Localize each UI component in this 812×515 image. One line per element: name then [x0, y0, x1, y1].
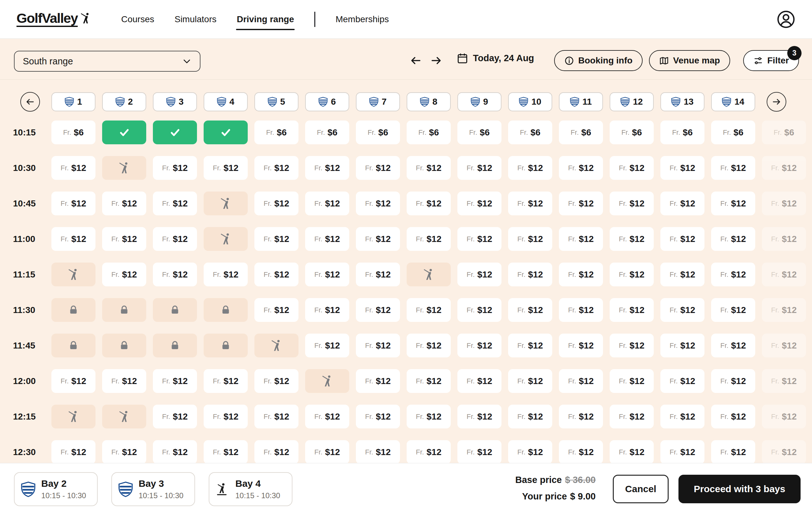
slot-cell[interactable]: Fr.$12: [407, 440, 451, 463]
bay-header-13[interactable]: 13: [660, 92, 704, 111]
bay-header-4[interactable]: 4: [204, 92, 248, 111]
slot-cell[interactable]: Fr.$12: [204, 263, 248, 286]
slot-cell[interactable]: Fr.$12: [102, 369, 146, 393]
slot-cell[interactable]: Fr.$12: [559, 298, 603, 322]
slot-cell[interactable]: Fr.$12: [407, 334, 451, 357]
slot-cell[interactable]: Fr.$6: [356, 121, 400, 144]
bay-header-8[interactable]: 8: [407, 92, 451, 111]
slot-cell[interactable]: Fr.$12: [559, 334, 603, 357]
slot-cell[interactable]: Fr.$6: [711, 121, 755, 144]
slot-cell[interactable]: Fr.$12: [254, 369, 298, 393]
slot-cell[interactable]: Fr.$12: [204, 440, 248, 463]
slot-cell[interactable]: Fr.$12: [711, 263, 755, 286]
brand-logo[interactable]: GolfValley: [17, 11, 92, 27]
slot-cell[interactable]: Fr.$12: [457, 156, 501, 180]
slot-cell[interactable]: Fr.$6: [610, 121, 654, 144]
slot-cell[interactable]: Fr.$12: [508, 405, 552, 428]
slot-cell[interactable]: Fr.$12: [457, 227, 501, 251]
proceed-button[interactable]: Proceed with 3 bays: [678, 475, 801, 503]
slot-cell[interactable]: Fr.$6: [305, 121, 349, 144]
slot-cell[interactable]: Fr.$12: [711, 156, 755, 180]
slot-cell[interactable]: Fr.$12: [356, 191, 400, 215]
slot-cell[interactable]: Fr.$12: [356, 334, 400, 357]
slot-cell[interactable]: Fr.$12: [559, 440, 603, 463]
slot-cell[interactable]: Fr.$12: [610, 440, 654, 463]
slot-cell[interactable]: Fr.$12: [610, 263, 654, 286]
range-select[interactable]: South range: [14, 51, 200, 72]
slot-cell[interactable]: Fr.$12: [559, 263, 603, 286]
slot-cell[interactable]: Fr.$12: [559, 191, 603, 215]
slot-cell[interactable]: Fr.$12: [356, 369, 400, 393]
slot-cell[interactable]: Fr.$12: [356, 263, 400, 286]
slot-cell[interactable]: Fr.$12: [559, 369, 603, 393]
bay-header-6[interactable]: 6: [305, 92, 349, 111]
slot-cell[interactable]: Fr.$12: [660, 263, 704, 286]
slot-cell[interactable]: Fr.$12: [153, 227, 197, 251]
slot-cell[interactable]: Fr.$12: [660, 156, 704, 180]
slot-cell[interactable]: Fr.$12: [711, 440, 755, 463]
slot-cell[interactable]: Fr.$12: [407, 298, 451, 322]
bay-header-2[interactable]: 2: [102, 92, 146, 111]
slot-cell[interactable]: Fr.$12: [305, 405, 349, 428]
slot-cell[interactable]: Fr.$12: [508, 191, 552, 215]
bay-header-10[interactable]: 10: [508, 92, 552, 111]
slot-cell[interactable]: Fr.$12: [610, 405, 654, 428]
slot-cell[interactable]: Fr.$12: [610, 369, 654, 393]
date-display[interactable]: Today, 24 Aug: [457, 52, 534, 64]
slot-cell[interactable]: Fr.$12: [407, 405, 451, 428]
slot-cell[interactable]: Fr.$12: [305, 191, 349, 215]
slot-cell[interactable]: Fr.$12: [508, 440, 552, 463]
slot-cell[interactable]: Fr.$12: [660, 369, 704, 393]
slot-cell[interactable]: Fr.$12: [51, 156, 95, 180]
slot-cell[interactable]: Fr.$12: [51, 191, 95, 215]
nav-item-driving-range[interactable]: Driving range: [237, 12, 294, 26]
slot-cell[interactable]: Fr.$12: [407, 156, 451, 180]
slot-cell-selected[interactable]: [153, 121, 197, 144]
slot-cell[interactable]: Fr.$12: [356, 227, 400, 251]
slot-cell[interactable]: Fr.$12: [102, 191, 146, 215]
slot-cell[interactable]: Fr.$12: [711, 369, 755, 393]
slot-cell[interactable]: Fr.$12: [711, 334, 755, 357]
slot-cell[interactable]: Fr.$12: [102, 440, 146, 463]
slot-cell[interactable]: Fr.$6: [508, 121, 552, 144]
slot-cell[interactable]: Fr.$12: [610, 156, 654, 180]
slot-cell[interactable]: Fr.$12: [407, 369, 451, 393]
slot-cell[interactable]: Fr.$12: [457, 263, 501, 286]
bay-header-12[interactable]: 12: [610, 92, 654, 111]
bay-header-3[interactable]: 3: [153, 92, 197, 111]
slot-cell[interactable]: Fr.$12: [407, 227, 451, 251]
prev-date-arrow-icon[interactable]: [410, 55, 422, 67]
slot-cell[interactable]: Fr.$12: [305, 334, 349, 357]
venue-map-button[interactable]: Venue map: [649, 50, 730, 71]
slot-cell[interactable]: Fr.$6: [254, 121, 298, 144]
slot-cell[interactable]: Fr.$12: [457, 334, 501, 357]
slot-cell[interactable]: Fr.$12: [305, 263, 349, 286]
slot-cell[interactable]: Fr.$12: [305, 156, 349, 180]
bay-header-1[interactable]: 1: [51, 92, 95, 111]
slot-cell[interactable]: Fr.$12: [457, 405, 501, 428]
scroll-bays-left-button[interactable]: [20, 92, 40, 112]
slot-cell[interactable]: Fr.$12: [204, 369, 248, 393]
slot-cell-selected[interactable]: [102, 121, 146, 144]
slot-cell[interactable]: Fr.$12: [457, 191, 501, 215]
slot-cell[interactable]: Fr.$12: [508, 369, 552, 393]
slot-cell[interactable]: Fr.$12: [153, 440, 197, 463]
slot-cell[interactable]: Fr.$12: [204, 156, 248, 180]
slot-cell[interactable]: Fr.$12: [51, 227, 95, 251]
account-icon[interactable]: [777, 10, 795, 29]
slot-cell[interactable]: Fr.$12: [51, 440, 95, 463]
next-date-arrow-icon[interactable]: [430, 55, 442, 67]
slot-cell[interactable]: Fr.$12: [508, 263, 552, 286]
slot-cell[interactable]: Fr.$12: [254, 440, 298, 463]
slot-cell[interactable]: Fr.$12: [660, 298, 704, 322]
slot-cell[interactable]: Fr.$12: [610, 298, 654, 322]
scroll-bays-right-button[interactable]: [766, 92, 786, 112]
slot-cell[interactable]: Fr.$12: [356, 298, 400, 322]
bay-header-14[interactable]: 14: [711, 92, 755, 111]
slot-cell[interactable]: Fr.$6: [51, 121, 95, 144]
slot-cell[interactable]: Fr.$12: [102, 227, 146, 251]
slot-cell[interactable]: Fr.$12: [204, 405, 248, 428]
slot-cell[interactable]: Fr.$12: [660, 191, 704, 215]
slot-cell[interactable]: Fr.$12: [51, 369, 95, 393]
slot-cell[interactable]: Fr.$12: [508, 334, 552, 357]
